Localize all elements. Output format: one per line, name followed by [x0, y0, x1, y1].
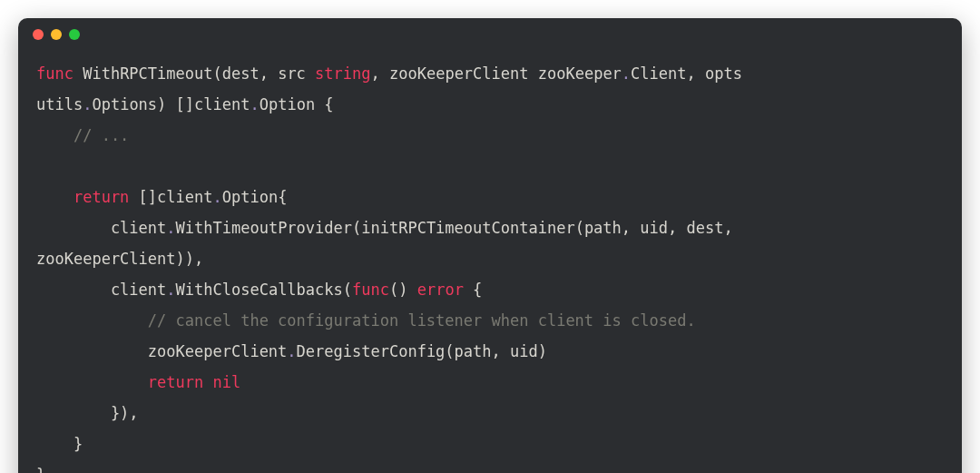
params: , opts — [687, 64, 742, 83]
comment-line: // cancel the configuration listener whe… — [36, 311, 696, 330]
dot-sep: . — [83, 95, 92, 113]
dot-sep: . — [287, 342, 296, 360]
code-text: WithTimeoutProvider(initRPCTimeoutContai… — [176, 219, 733, 237]
keyword-func: func — [36, 64, 74, 83]
code-text: ) []client — [157, 95, 250, 113]
maximize-icon[interactable] — [69, 29, 80, 40]
code-text: utils — [36, 95, 83, 113]
code-text: client — [36, 281, 166, 299]
type: Client — [631, 64, 686, 83]
code-text: Options — [92, 95, 157, 113]
dot-sep: . — [166, 281, 175, 299]
dot-sep: . — [166, 219, 175, 237]
code-text: } — [36, 435, 83, 453]
window-titlebar — [18, 18, 962, 51]
code-text: { — [464, 281, 482, 299]
paren: ( — [212, 64, 221, 83]
code-text: client — [36, 219, 166, 237]
close-icon[interactable] — [33, 29, 44, 40]
code-text: []client — [129, 188, 212, 206]
comment-line: // ... — [36, 126, 129, 144]
code-text: } — [36, 466, 45, 473]
dot-sep: . — [622, 64, 631, 83]
keyword-nil: nil — [212, 373, 240, 391]
type-error: error — [417, 281, 464, 299]
type-string: string — [315, 64, 370, 83]
code-text: Option{ — [222, 188, 288, 206]
code-text: () — [389, 281, 417, 299]
code-window: func WithRPCTimeout(dest, src string, zo… — [18, 18, 962, 473]
code-block: func WithRPCTimeout(dest, src string, zo… — [18, 51, 962, 473]
code-text: zooKeeperClient — [36, 342, 287, 360]
dot-sep: . — [250, 95, 259, 113]
function-name: WithRPCTimeout — [74, 64, 213, 83]
code-text: WithCloseCallbacks( — [176, 281, 352, 299]
keyword-return: return — [36, 373, 203, 391]
code-text: zooKeeperClient)), — [36, 250, 203, 268]
keyword-return: return — [36, 188, 129, 206]
space — [203, 373, 212, 391]
code-text: Option { — [260, 95, 334, 113]
dot-sep: . — [212, 188, 221, 206]
minimize-icon[interactable] — [51, 29, 62, 40]
params: dest, src — [222, 64, 315, 83]
code-text: DeregisterConfig(path, uid) — [297, 342, 547, 360]
code-text: }), — [36, 404, 139, 422]
keyword-func: func — [352, 281, 389, 299]
params: , zooKeeperClient zooKeeper — [371, 64, 622, 83]
